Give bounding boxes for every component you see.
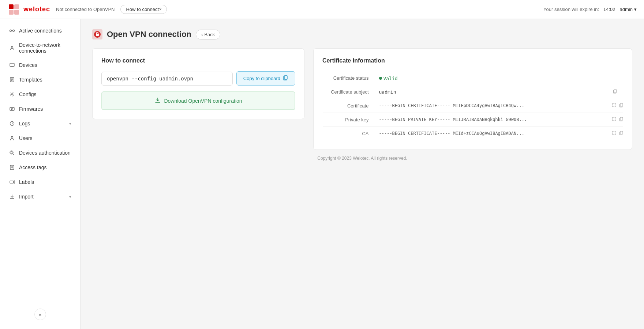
collapse-sidebar-button[interactable]: « [34,309,46,320]
cert-value-subject: uadmin [374,85,605,99]
logo: welotec [7,3,50,16]
svg-rect-2 [14,4,19,9]
certificate-info-title: Certificate information [322,57,623,64]
svg-point-6 [13,30,15,32]
cert-label-subject: Certificate subject [323,85,374,99]
command-input[interactable] [101,72,233,86]
sidebar-item-templates[interactable]: Templates [3,73,77,87]
svg-point-24 [10,151,13,154]
cert-label-certificate: Certificate [323,99,374,113]
sidebar-label-firmwares: Firmwares [19,106,71,112]
labels-icon [9,179,15,185]
copy-to-clipboard-button[interactable]: Copy to clipboard [236,71,295,86]
svg-rect-3 [9,10,14,15]
sidebar-item-labels[interactable]: Labels [3,175,77,189]
expand-ca-icon[interactable] [612,131,617,136]
svg-rect-33 [284,76,287,79]
header-right: Your session will expire in: 14:02 admin… [543,7,637,12]
sidebar-label-users: Users [19,135,71,141]
sidebar-item-firmwares[interactable]: Firmwares [3,102,77,116]
how-to-connect-button[interactable]: How to connect? [120,5,167,14]
cert-value-private-key: -----BEGIN PRIVATE KEY----- MIIJRAIBADAN… [374,113,605,126]
valid-label: Valid [383,76,398,81]
sidebar-label-devices: Devices [19,62,71,68]
sidebar-bottom: « [0,304,80,325]
sidebar-item-users[interactable]: Users [3,131,77,145]
access-tags-icon [9,164,15,171]
users-icon [9,135,15,141]
cert-row-ca: CA -----BEGIN CERTIFICATE----- MIId+zCCA… [323,126,623,140]
cert-value-ca: -----BEGIN CERTIFICATE----- MIId+zCCAuOg… [374,126,605,140]
sidebar-item-devices-auth[interactable]: Devices authentication [3,146,77,160]
header: welotec Not connected to OpenVPN How to … [0,0,644,19]
svg-point-15 [11,94,13,95]
svg-rect-35 [614,90,617,92]
admin-label: admin [620,7,633,12]
sidebar-item-active-connections[interactable]: Active connections [3,24,77,38]
sidebar-label-labels: Labels [19,179,71,185]
sidebar-item-access-tags[interactable]: Access tags [3,160,77,174]
active-connections-icon [9,27,15,34]
cert-row-status: Certificate status Valid [323,72,623,85]
expand-certificate-icon[interactable] [612,103,617,109]
cert-row-private-key: Private key -----BEGIN PRIVATE KEY----- … [323,113,623,126]
svg-point-26 [12,167,13,168]
certificate-table: Certificate status Valid Certif [322,71,623,141]
devices-auth-icon [9,150,15,156]
logs-icon [9,120,15,127]
chevron-down-icon-import: ▾ [69,194,71,199]
chevron-down-icon: ▾ [69,121,71,126]
sidebar-label-configs: Configs [19,91,71,97]
cert-label-ca: CA [323,126,374,140]
footer: Copyright © 2023 Welotec. All rights res… [92,150,632,167]
sidebar-item-devices[interactable]: Devices [3,58,77,72]
back-button-label: Back [204,32,215,37]
back-button[interactable]: ‹ Back [196,30,220,39]
sidebar-item-configs[interactable]: Configs [3,87,77,101]
cert-label-status: Certificate status [323,72,374,85]
svg-rect-9 [10,63,14,67]
clipboard-icon [282,75,288,82]
svg-line-21 [12,124,13,124]
chevron-down-icon: ▾ [634,7,637,12]
svg-point-23 [11,152,12,153]
valid-badge: Valid [379,76,398,81]
devices-icon [9,62,15,68]
sidebar-label-device-to-network: Device-to-network connections [19,42,71,54]
cert-label-private-key: Private key [323,113,374,126]
cert-value-certificate: -----BEGIN CERTIFICATE----- MIIEpDCCA4yg… [374,99,605,113]
session-label: Your session will expire in: [543,7,599,12]
how-to-connect-title: How to connect [101,57,295,64]
sidebar-item-device-to-network[interactable]: Device-to-network connections [3,38,77,57]
sidebar-label-active-connections: Active connections [19,28,71,34]
svg-rect-16 [10,107,14,110]
device-to-network-icon [9,45,15,51]
sidebar: Active connections Device-to-network con… [0,19,80,329]
admin-menu[interactable]: admin ▾ [620,7,637,12]
copy-ca-icon[interactable] [619,131,623,137]
expand-private-key-icon[interactable] [612,117,617,122]
sidebar-label-access-tags: Access tags [19,164,71,170]
sidebar-label-import: Import [19,194,65,200]
copy-subject-icon[interactable] [613,89,618,95]
copy-private-key-icon[interactable] [619,117,623,123]
cards-row: How to connect Copy to clipboard Downloa [92,48,632,150]
download-openvpn-button[interactable]: Download OpenVPN configuration [101,91,295,110]
welotec-logo-text: welotec [23,5,50,13]
sidebar-item-import[interactable]: Import ▾ [3,190,77,204]
page-title: Open VPN connection [107,30,191,39]
valid-dot-icon [379,77,382,80]
copy-label: Copy to clipboard [243,76,280,81]
firmwares-icon [9,106,15,112]
svg-rect-4 [14,10,19,15]
copy-certificate-icon[interactable] [619,103,623,109]
svg-point-5 [10,30,12,32]
sidebar-item-logs[interactable]: Logs ▾ [3,117,77,131]
templates-icon [9,76,15,83]
command-row: Copy to clipboard [101,71,295,86]
configs-icon [9,91,15,98]
svg-rect-1 [9,4,14,9]
sidebar-label-templates: Templates [19,77,71,83]
svg-rect-37 [620,117,623,120]
header-left: welotec Not connected to OpenVPN How to … [7,3,167,16]
